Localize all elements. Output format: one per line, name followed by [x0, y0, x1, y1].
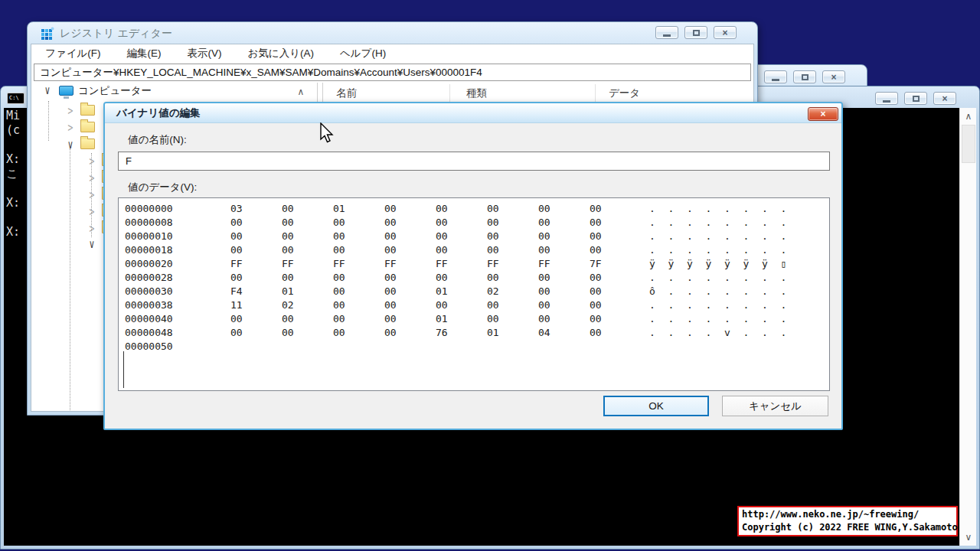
scroll-down-icon[interactable]: ∨: [960, 530, 977, 544]
column-divider[interactable]: [595, 84, 596, 103]
dialog-title: バイナリ値の編集: [116, 106, 201, 120]
column-header-type[interactable]: 種類: [466, 83, 487, 104]
chevron-right-icon[interactable]: >: [87, 221, 96, 236]
chevron-down-icon[interactable]: ∨: [87, 236, 96, 252]
minimize-icon: [663, 34, 671, 37]
chevron-down-icon[interactable]: ∨: [42, 83, 52, 98]
hex-row: 000000100000000000000000........: [119, 230, 829, 243]
menu-favorites[interactable]: お気に入り(A): [248, 47, 314, 60]
watermark-url: http://www.neko.ne.jp/~freewing/: [742, 508, 953, 521]
hex-row: 000000480000000076010400....v...: [119, 326, 829, 340]
chevron-right-icon[interactable]: >: [87, 154, 96, 169]
chevron-right-icon[interactable]: >: [65, 120, 75, 135]
hex-row: 000000280000000000000000........: [119, 271, 829, 285]
cmd-scrollbar[interactable]: ∧ ∨: [959, 108, 976, 546]
column-header-data[interactable]: データ: [609, 83, 640, 104]
hex-editor[interactable]: 000000000300010000000000........00000008…: [118, 197, 830, 391]
maximize-icon: [802, 74, 808, 80]
hex-row: 000000000300010000000000........: [119, 202, 829, 216]
regedit-close-button[interactable]: ×: [714, 26, 737, 39]
cmd-maximize-button[interactable]: [904, 92, 927, 105]
close-icon: ×: [831, 72, 836, 83]
menu-help[interactable]: ヘルプ(H): [340, 47, 386, 60]
regedit-maximize-button[interactable]: [684, 26, 707, 39]
folder-icon[interactable]: [80, 122, 95, 132]
value-name-label: 値の名前(N):: [128, 133, 187, 147]
hex-row: 000000180000000000000000........: [119, 243, 829, 257]
window-title: レジストリ エディター: [60, 27, 172, 41]
hex-row: 00000020FFFFFFFFFFFFFF7Fÿÿÿÿÿÿÿ▯: [119, 257, 829, 271]
hex-row: 000000381102000000000000........: [119, 298, 829, 312]
hex-row: 000000080000000000000000........: [119, 216, 829, 230]
scrollbar-thumb[interactable]: [962, 125, 975, 163]
chevron-right-icon[interactable]: >: [65, 103, 75, 119]
close-button[interactable]: ×: [822, 70, 845, 83]
ok-button[interactable]: OK: [603, 396, 709, 416]
regedit-minimize-button[interactable]: [655, 26, 678, 39]
chevron-down-icon[interactable]: ∨: [65, 137, 75, 152]
value-data-label: 値のデータ(V):: [128, 181, 197, 194]
cmd-close-button[interactable]: ×: [933, 92, 956, 105]
scroll-up-icon[interactable]: ∧: [960, 109, 977, 123]
column-divider[interactable]: [449, 84, 450, 103]
maximize-icon: [693, 30, 700, 36]
chevron-right-icon[interactable]: >: [87, 187, 96, 203]
desktop: { "regedit": { "title": "レジストリ エディター", "…: [0, 0, 980, 551]
watermark-copyright: Copyright (c) 2022 FREE WING,Y.Sakamoto: [742, 521, 953, 534]
close-icon: ×: [820, 109, 825, 119]
close-icon: ×: [722, 28, 727, 38]
minimize-button[interactable]: [764, 70, 787, 83]
tree-item-computer[interactable]: コンピューター: [78, 84, 152, 98]
cmd-minimize-button[interactable]: [875, 92, 898, 105]
regedit-icon: [41, 27, 54, 40]
menu-view[interactable]: 表示(V): [188, 47, 222, 60]
menu-bar: ファイル(F) 編集(E) 表示(V) お気に入り(A) ヘルプ(H): [31, 44, 753, 63]
chevron-right-icon[interactable]: >: [87, 204, 96, 220]
menu-edit[interactable]: 編集(E): [127, 47, 162, 60]
computer-icon: [59, 86, 74, 96]
watermark: http://www.neko.ne.jp/~freewing/ Copyrig…: [737, 506, 958, 536]
tree-scroll-up-icon[interactable]: ∧: [293, 84, 309, 99]
minimize-icon: [883, 100, 890, 103]
hex-row: 00000050: [119, 340, 829, 354]
close-icon: ×: [942, 93, 947, 104]
chevron-right-icon[interactable]: >: [87, 171, 96, 186]
tree-connector: [48, 101, 49, 141]
tree-connector: [70, 148, 70, 411]
dialog-close-button[interactable]: ×: [808, 107, 838, 121]
minimize-icon: [772, 79, 779, 81]
mouse-cursor: [319, 122, 338, 145]
folder-icon[interactable]: [80, 105, 95, 116]
edit-binary-value-dialog: バイナリ値の編集 × 値の名前(N): 値のデータ(V): 0000000003…: [103, 102, 843, 430]
dialog-title-bar[interactable]: バイナリ値の編集 ×: [105, 103, 841, 123]
menu-file[interactable]: ファイル(F): [45, 47, 101, 60]
maximize-button[interactable]: [793, 70, 816, 83]
hex-editor-rows: 000000000300010000000000........00000008…: [119, 202, 829, 354]
cancel-button[interactable]: キャンセル: [722, 396, 828, 416]
value-name-input[interactable]: [118, 152, 830, 171]
regedit-title-bar[interactable]: レジストリ エディター ×: [28, 22, 757, 44]
maximize-icon: [913, 96, 920, 102]
cmd-icon: C:\: [7, 93, 24, 104]
hex-row: 00000030F401000001020000ô.......: [119, 285, 829, 298]
folder-icon[interactable]: [80, 139, 95, 149]
text-caret: [123, 351, 124, 388]
hex-row: 000000400000000001000000........: [119, 312, 829, 326]
address-bar[interactable]: コンピューター¥HKEY_LOCAL_MACHINE¥x_SAM¥SAM¥Dom…: [34, 64, 751, 81]
column-header-name[interactable]: 名前: [336, 83, 357, 104]
